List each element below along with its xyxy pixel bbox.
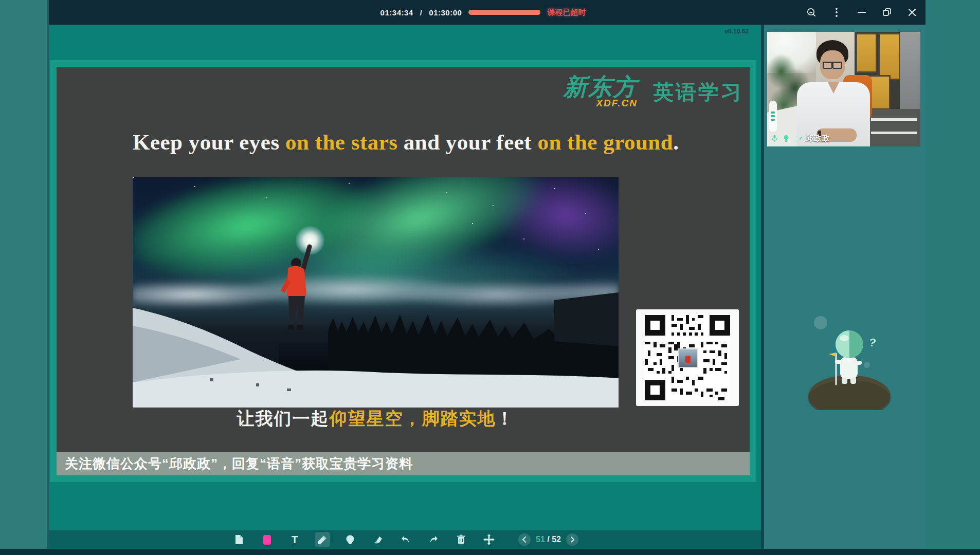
kebab-menu-icon[interactable] [830, 6, 843, 18]
delete-button[interactable] [453, 532, 469, 547]
eraser-tool-button[interactable] [370, 532, 386, 547]
glasses [823, 62, 842, 66]
slide-canvas: 新东方 XDF.CN 英语学习 Keep your eyes on the st… [57, 67, 750, 452]
window-controls [805, 0, 918, 25]
class-duration: 01:30:00 [429, 8, 462, 17]
brand-block: 新东方 XDF.CN 英语学习 [564, 75, 743, 109]
redo-button[interactable] [426, 532, 441, 547]
page-indicator: 51 / 52 [536, 535, 561, 544]
sticker-tool-button[interactable] [342, 532, 358, 547]
device-check-icon[interactable] [805, 6, 818, 18]
bottom-edge-strip [0, 549, 980, 555]
cabinet-panel [878, 33, 901, 80]
annotation-toolbar: T [49, 530, 761, 549]
elapsed-time: 01:34:34 [380, 8, 413, 17]
whiteboard-area: v0.10.62 新东方 XDF.CN 英语学习 Keep your eyes … [49, 25, 761, 555]
aurora-photo [133, 177, 619, 408]
xdf-logo-cn: 新东方 [564, 75, 638, 99]
minimize-icon[interactable] [856, 6, 868, 18]
undo-button[interactable] [398, 532, 413, 547]
restore-icon[interactable] [881, 6, 893, 18]
title-seg-3: and your feet [398, 130, 538, 154]
page-separator: / [547, 535, 549, 544]
desktop-background-right [925, 0, 980, 555]
mascot-placeholder: ? [804, 307, 895, 410]
xdf-logo: 新东方 XDF.CN [564, 75, 638, 109]
caption-seg-1: 让我们一起 [237, 409, 330, 428]
color-swatch-button[interactable] [259, 532, 275, 547]
subject-label: 英语学习 [653, 78, 743, 106]
slide: 新东方 XDF.CN 英语学习 Keep your eyes on the st… [57, 67, 750, 475]
text-tool-label: T [292, 534, 298, 546]
footer-note-text: 关注微信公众号“邱政政”，回复“语音”获取宝贵学习资料 [65, 455, 413, 473]
footer-note-bar: 关注微信公众号“邱政政”，回复“语音”获取宝贵学习资料 [57, 452, 750, 475]
new-page-button[interactable] [231, 532, 247, 547]
class-progress-bar [468, 10, 540, 15]
page-navigator: 51 / 52 [518, 533, 578, 546]
screen: 01:34:34 / 01:30:00 课程已超时 [0, 0, 980, 555]
mic-icon[interactable] [770, 135, 778, 143]
title-seg-4: on the ground [537, 130, 673, 154]
class-timer: 01:34:34 / 01:30:00 课程已超时 [380, 0, 586, 25]
shelf-unit [868, 109, 920, 146]
text-tool-button[interactable]: T [287, 532, 302, 547]
presenter-video[interactable]: 邱政政 [767, 32, 920, 146]
qr-code [636, 309, 739, 406]
close-icon[interactable] [906, 6, 918, 18]
previous-page-button[interactable] [518, 533, 531, 546]
qr-center-thumbnail [678, 348, 698, 368]
version-label: v0.10.62 [724, 28, 749, 35]
lightbulb-icon[interactable] [782, 135, 790, 143]
title-bar: 01:34:34 / 01:30:00 课程已超时 [49, 0, 925, 25]
volume-indicator [769, 101, 777, 132]
current-page: 51 [536, 535, 545, 544]
hand-raise-icon[interactable] [794, 135, 802, 143]
time-separator: / [420, 8, 423, 17]
overtime-label: 课程已超时 [547, 8, 586, 17]
pink-color-swatch [263, 535, 271, 545]
person-in-red-jacket [133, 177, 619, 408]
caption-seg-2: 仰望星空，脚踏实地 [330, 409, 496, 428]
total-pages: 52 [552, 535, 561, 544]
presenter-name: 邱政政 [806, 134, 830, 143]
slide-title: Keep your eyes on the stars and your fee… [133, 130, 679, 155]
side-panel: 邱政政 [761, 25, 925, 555]
slide-caption: 让我们一起仰望星空，脚踏实地！ [133, 407, 619, 431]
caption-seg-3: ！ [496, 409, 515, 428]
next-page-button[interactable] [566, 533, 578, 546]
pen-tool-button[interactable] [315, 532, 330, 547]
cabinet-panel [856, 33, 877, 73]
classroom-window: 01:34:34 / 01:30:00 课程已超时 [49, 0, 925, 555]
title-seg-5: . [673, 130, 679, 154]
pan-tool-button[interactable] [481, 532, 497, 547]
video-status-bar: 邱政政 [770, 134, 830, 143]
title-seg-2: on the stars [285, 130, 398, 154]
title-seg-1: Keep your eyes [133, 130, 285, 154]
desktop-background-left [0, 0, 49, 555]
astronaut-mascot [804, 307, 895, 410]
